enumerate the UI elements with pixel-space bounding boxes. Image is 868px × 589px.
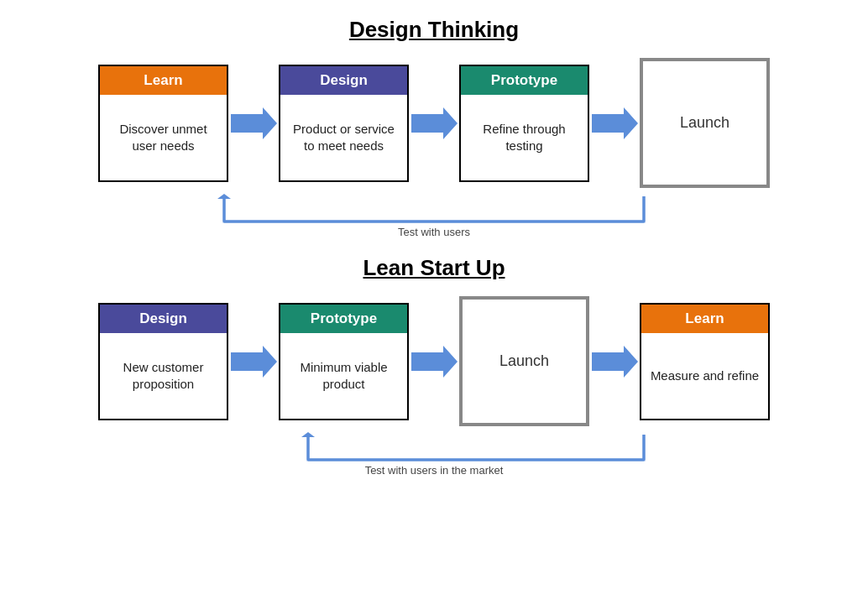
ls-design-body: New customer proposition (100, 333, 227, 419)
design-thinking-section: Design Thinking Learn Discover unmet use… (25, 17, 843, 238)
lean-startup-flow: Design New customer proposition Prototyp… (98, 296, 770, 426)
dt-design-header: Design (280, 66, 407, 95)
dt-arrow-1 (228, 107, 279, 140)
ls-arrow-2 (409, 345, 459, 378)
ls-feedback-label: Test with users in the market (365, 464, 504, 477)
ls-feedback-container: Test with users in the market (140, 430, 728, 477)
dt-prototype-card: Prototype Refine through testing (459, 65, 589, 182)
ls-prototype-header: Prototype (280, 305, 407, 333)
svg-marker-2 (592, 107, 638, 139)
lean-startup-section: Lean Start Up Design New customer propos… (25, 255, 843, 477)
svg-marker-1 (411, 107, 458, 139)
ls-launch-label: Launch (499, 352, 549, 370)
ls-learn-card: Learn Measure and refine (640, 303, 770, 420)
svg-marker-5 (217, 194, 231, 199)
ls-arrow-3 (589, 345, 640, 378)
lean-startup-title: Lean Start Up (363, 255, 505, 281)
ls-design-header: Design (100, 305, 227, 333)
dt-design-body: Product or service to meet needs (280, 95, 407, 180)
ls-design-card: Design New customer proposition (98, 303, 228, 420)
svg-marker-9 (411, 346, 458, 378)
dt-arrow-3 (589, 107, 640, 140)
dt-feedback-container: Test with users (140, 192, 728, 238)
svg-marker-12 (301, 432, 315, 437)
dt-learn-header: Learn (100, 66, 227, 95)
dt-prototype-body: Refine through testing (461, 95, 588, 180)
svg-marker-8 (231, 346, 277, 378)
dt-learn-card: Learn Discover unmet user needs (98, 65, 228, 182)
ls-prototype-body: Minimum viable product (280, 333, 407, 419)
ls-learn-body: Measure and refine (641, 333, 768, 419)
design-thinking-flow: Learn Discover unmet user needs Design P… (98, 58, 770, 188)
ls-learn-header: Learn (641, 305, 768, 333)
ls-launch-card: Launch (459, 296, 589, 426)
dt-arrow-2 (409, 107, 459, 140)
dt-design-card: Design Product or service to meet needs (279, 65, 409, 182)
dt-launch-label: Launch (680, 114, 729, 132)
dt-launch-card: Launch (640, 58, 770, 188)
design-thinking-title: Design Thinking (349, 17, 519, 43)
svg-marker-10 (592, 346, 638, 378)
dt-feedback-label: Test with users (398, 226, 470, 238)
dt-learn-body: Discover unmet user needs (100, 95, 227, 180)
dt-feedback-arrow (157, 192, 711, 230)
ls-arrow-1 (228, 345, 279, 378)
dt-prototype-header: Prototype (461, 66, 588, 95)
svg-marker-0 (231, 107, 277, 139)
ls-feedback-arrow (157, 430, 711, 468)
ls-prototype-card: Prototype Minimum viable product (279, 303, 409, 420)
